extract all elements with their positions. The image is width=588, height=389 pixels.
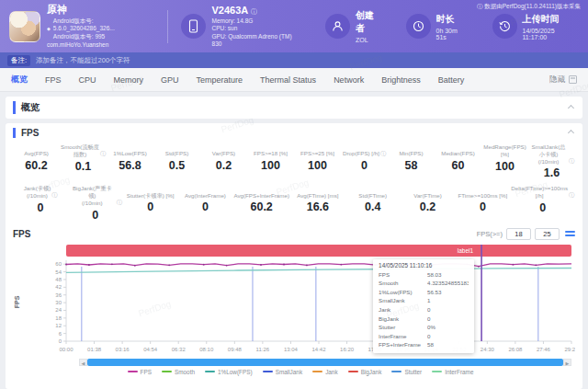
stat-label: FTime>=100ms [%] xyxy=(456,185,509,199)
tab-memory[interactable]: Memory xyxy=(114,75,144,85)
hide-button[interactable]: 隐藏 xyxy=(549,74,565,86)
svg-text:6: 6 xyxy=(59,330,62,336)
fps-threshold-input-2[interactable] xyxy=(535,228,560,240)
stat-value: 56.8 xyxy=(107,159,153,172)
svg-text:06:32: 06:32 xyxy=(172,347,187,352)
svg-text:16:20: 16:20 xyxy=(340,347,355,352)
legend-swatch xyxy=(162,371,172,372)
collapse-chevron-icon[interactable] xyxy=(568,104,574,110)
info-icon[interactable]: ⓘ xyxy=(569,192,574,200)
tab-thermal-status[interactable]: Thermal Status xyxy=(260,75,316,85)
chart-settings-icon[interactable] xyxy=(565,231,575,237)
legend-item-jank[interactable]: Jank xyxy=(312,369,338,375)
svg-text:09:48: 09:48 xyxy=(228,347,243,352)
stat-value: 0 xyxy=(456,200,509,213)
stat-cell: BigJank(严重卡顿) (/10min)ⓘ0 xyxy=(68,185,123,221)
tab-fps[interactable]: FPS xyxy=(45,75,62,85)
stat-label: FPS>=25 [%] xyxy=(295,143,340,157)
creator-label: 创建者 xyxy=(356,9,382,35)
legend-swatch xyxy=(348,371,358,372)
info-icon[interactable]: ⓘ xyxy=(569,158,574,166)
stat-value: 0 xyxy=(511,201,574,214)
legend-item-bigjank[interactable]: BigJank xyxy=(348,369,382,375)
svg-text:24: 24 xyxy=(55,307,62,313)
game-title: 原神 xyxy=(47,4,154,17)
hide-panel-icon[interactable] xyxy=(569,75,577,84)
legend-swatch xyxy=(263,371,273,372)
svg-text:00:00: 00:00 xyxy=(59,347,74,352)
chart-legend: FPSSmooth1%Low(FPS)SmallJankJankBigJankS… xyxy=(26,369,575,375)
stat-cell: Avg(FTime) [ms]16.6 xyxy=(290,185,345,221)
header-divider xyxy=(167,10,168,43)
chart-scrollbar[interactable]: ◀ ▶ xyxy=(79,359,571,366)
tab-network[interactable]: Network xyxy=(334,75,364,85)
info-icon[interactable]: ⓘ xyxy=(380,151,386,158)
svg-text:11:26: 11:26 xyxy=(256,347,270,352)
fps-threshold-input-1[interactable] xyxy=(506,228,531,240)
info-icon[interactable]: ⓘ xyxy=(100,151,106,158)
svg-text:48: 48 xyxy=(55,276,62,281)
legend-item-stutter[interactable]: Stutter xyxy=(391,369,422,375)
notes-bar[interactable]: 备注: 添加备注，不能超过200个字符 xyxy=(0,52,588,68)
tab-概览[interactable]: 概览 xyxy=(11,74,28,86)
legend-item-smooth[interactable]: Smooth xyxy=(162,369,195,375)
svg-text:0: 0 xyxy=(59,338,62,344)
upload-time-block: 上传时间 14/05/2025 11:17:00 xyxy=(492,13,580,40)
stat-label: Smooth(流畅度指数)ⓘ xyxy=(61,143,106,158)
fps-chart-plot[interactable]: label10612182430364248546000:0001:3803:1… xyxy=(26,242,575,358)
stat-cell: Var(FPS)0.2 xyxy=(200,143,247,179)
svg-text:24:30: 24:30 xyxy=(481,347,495,352)
overview-section-card: 概览 xyxy=(6,97,582,119)
device-info-icon[interactable]: ⓘ xyxy=(251,8,257,15)
stat-value: 0 xyxy=(69,209,122,222)
tab-cpu[interactable]: CPU xyxy=(79,75,96,85)
info-icon[interactable]: ⓘ xyxy=(51,192,57,200)
creator-block: 创建者 ZOL xyxy=(325,9,382,43)
legend-item-smalljank[interactable]: SmallJank xyxy=(263,369,302,375)
fps-section-title: FPS xyxy=(13,128,39,138)
svg-text:30: 30 xyxy=(55,300,62,305)
app-version-line2: Android版本号: 995 xyxy=(53,33,154,40)
stat-value: 0.1 xyxy=(61,160,106,173)
tab-temperature[interactable]: Temperature xyxy=(197,75,243,85)
collapse-chevron-icon[interactable] xyxy=(568,130,574,136)
bullet-icon: ◆ xyxy=(47,26,51,31)
tooltip-row: 1%Low(FPS)56.53 xyxy=(379,288,469,297)
legend-item-fps[interactable]: FPS xyxy=(128,369,152,375)
tooltip-row: FPS+InterFrame58 xyxy=(379,340,469,349)
upload-time-label: 上传时间 xyxy=(523,13,580,26)
stat-cell: Delta(FTime)>=100ms [/h]ⓘ0 xyxy=(510,185,575,221)
duration-value: 0h 30m 51s xyxy=(436,28,469,40)
legend-item-interframe[interactable]: InterFrame xyxy=(432,369,473,375)
stat-cell: SmallJank(总小卡顿) (/10min)ⓘ1.6 xyxy=(528,143,575,179)
legend-swatch xyxy=(391,371,401,372)
legend-swatch xyxy=(432,371,442,372)
tooltip-row: Jank0 xyxy=(379,305,469,315)
tab-gpu[interactable]: GPU xyxy=(161,75,179,85)
creator-value: ZOL xyxy=(356,37,382,43)
stat-label: BigJank(严重卡顿) (/10min)ⓘ xyxy=(69,185,122,206)
tab-battery[interactable]: Battery xyxy=(438,75,465,85)
scroll-right-arrow-icon[interactable]: ▶ xyxy=(563,359,571,366)
stat-label: Jank(卡顿) (/10min)ⓘ xyxy=(14,185,67,200)
stat-label: Var(FTime) xyxy=(401,185,455,199)
stat-value: 60 xyxy=(435,159,481,172)
svg-text:01:38: 01:38 xyxy=(87,347,102,352)
stat-label: Min(FPS) xyxy=(389,143,434,157)
scroll-left-arrow-icon[interactable]: ◀ xyxy=(79,359,87,366)
phone-icon xyxy=(181,14,206,39)
svg-text:26:08: 26:08 xyxy=(508,347,523,352)
tab-brightness[interactable]: Brightness xyxy=(381,75,421,85)
device-gpu: GPU: Qualcomm Adreno (TM) 830 xyxy=(212,33,301,49)
stat-label: Median(FPS) xyxy=(435,143,481,157)
stat-label: Avg(FPS) xyxy=(14,143,59,157)
stat-label: Avg(FTime) [ms] xyxy=(291,185,345,199)
stat-cell: Smooth(流畅度指数)ⓘ0.1 xyxy=(60,143,107,179)
info-icon[interactable]: ⓘ xyxy=(117,200,122,207)
legend-item-1-low-fps-[interactable]: 1%Low(FPS) xyxy=(205,369,253,375)
svg-text:12: 12 xyxy=(55,323,62,328)
tooltip-row: SmallJank1 xyxy=(379,296,469,305)
duration-block: 时长 0h 30m 51s xyxy=(406,13,469,40)
stat-label: Var(FPS) xyxy=(201,143,246,157)
scrollbar-thumb[interactable] xyxy=(87,359,563,366)
